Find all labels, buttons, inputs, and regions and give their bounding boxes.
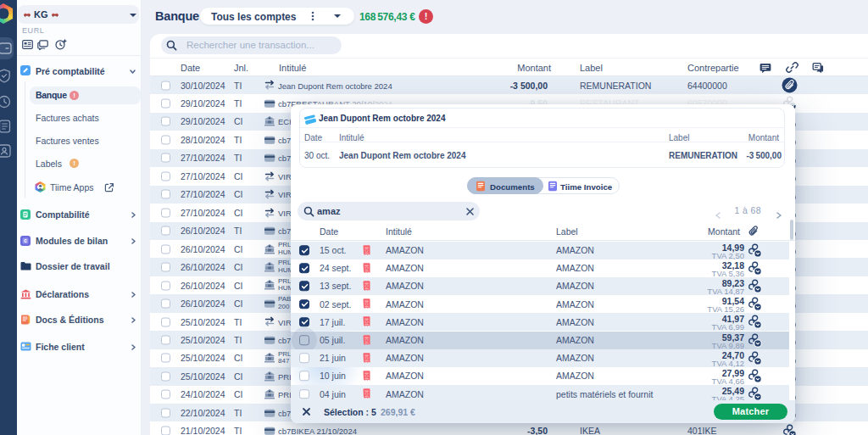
svg-text:c: c bbox=[24, 237, 27, 243]
